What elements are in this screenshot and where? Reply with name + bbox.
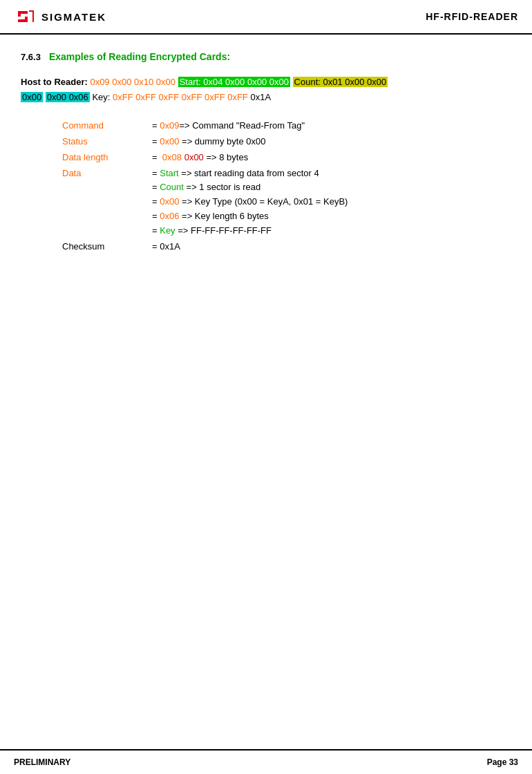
space2: [290, 77, 293, 87]
hex-pre: 0x09 0x00 0x10 0x00: [90, 77, 175, 87]
detail-row-data: Data = Start => start reading data from …: [62, 167, 511, 238]
detail-row-command: Command = 0x09=> Command "Read-From Tag": [62, 119, 511, 133]
footer-right: Page 33: [487, 757, 518, 767]
footer-left: PRELIMINARY: [14, 757, 70, 767]
host-reader-label: Host to Reader:: [21, 77, 90, 87]
page-header: SIGMATEK HF-RFID-READER: [0, 0, 532, 35]
document-title: HF-RFID-READER: [426, 11, 518, 22]
label-datalength: Data length: [62, 151, 152, 165]
detail-row-checksum: Checksum = 0x1A: [62, 240, 511, 254]
label-command: Command: [62, 119, 152, 133]
value-datalength: = 0x08 0x00 => 8 bytes: [152, 151, 248, 165]
value-status: = 0x00 => dummy byte 0x00: [152, 135, 265, 149]
details-table: Command = 0x09=> Command "Read-From Tag"…: [62, 119, 511, 254]
main-content: 7.6.3 Examples of Reading Encrypted Card…: [0, 35, 532, 296]
hex-line2b: 0x00 0x06: [46, 92, 90, 102]
section-heading: 7.6.3 Examples of Reading Encrypted Card…: [21, 51, 511, 62]
label-status: Status: [62, 135, 152, 149]
value-checksum: = 0x1A: [152, 240, 180, 254]
sigmatek-logo-icon: [14, 6, 36, 28]
hex-line2a: 0x00: [21, 92, 43, 102]
start-highlight: Start: 0x04 0x00 0x00 0x00: [178, 77, 290, 87]
logo-text: SIGMATEK: [41, 11, 106, 23]
page-footer: PRELIMINARY Page 33: [0, 749, 532, 774]
section-number: 7.6.3: [21, 52, 41, 62]
detail-row-datalength: Data length = 0x08 0x00 => 8 bytes: [62, 151, 511, 165]
section-title: Examples of Reading Encrypted Cards:: [49, 51, 230, 62]
label-checksum: Checksum: [62, 240, 152, 254]
value-data: = Start => start reading data from secto…: [152, 167, 348, 238]
detail-row-status: Status = 0x00 => dummy byte 0x00: [62, 135, 511, 149]
key-text: Key: 0xFF 0xFF 0xFF 0xFF 0xFF 0xFF 0x1A: [90, 92, 271, 102]
count-highlight: Count: 0x01 0x00 0x00: [293, 77, 388, 87]
host-reader-block: Host to Reader: 0x09 0x00 0x10 0x00 Star…: [21, 75, 511, 105]
logo-block: SIGMATEK: [14, 6, 106, 28]
value-command: = 0x09=> Command "Read-From Tag": [152, 119, 305, 133]
label-data: Data: [62, 167, 152, 181]
